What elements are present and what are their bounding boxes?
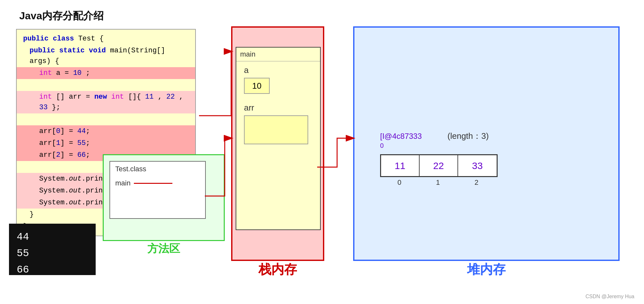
kw-class: class xyxy=(53,35,74,43)
heap-array-length: (length：3) xyxy=(448,130,489,142)
method-arrow-line xyxy=(134,183,172,184)
code-line-8: arr[1] = 55; xyxy=(17,137,195,149)
heap-label: 堆内存 xyxy=(467,261,506,278)
stack-area: main a 10 arr 栈内存 xyxy=(231,26,324,261)
heap-cell-1: 22 xyxy=(420,155,458,176)
stack-arr-box xyxy=(244,115,308,144)
heap-array-addr: [I@4c87333 0 xyxy=(380,132,422,150)
watermark: CSDN @Jeremy Hua xyxy=(586,294,634,300)
method-label: main xyxy=(115,179,131,187)
heap-cell-2: 33 xyxy=(458,155,497,176)
code-line-3: int a = 10 ; xyxy=(17,67,195,79)
method-main-row: main xyxy=(115,179,200,187)
method-area: Test.class main 方法区 xyxy=(103,154,225,241)
code-line-blank1 xyxy=(17,79,195,91)
method-area-label: 方法区 xyxy=(147,241,180,256)
heap-array-indices: 0 1 2 xyxy=(380,178,498,187)
heap-area: [I@4c87333 0 (length：3) 11 22 33 0 1 2 堆… xyxy=(353,26,620,261)
code-line-7: arr[0] = 44; xyxy=(17,125,195,137)
kw-public: public xyxy=(23,35,48,43)
stack-label: 栈内存 xyxy=(258,261,297,278)
arrow-code-to-stack xyxy=(199,51,232,116)
heap-index-0: 0 xyxy=(380,178,419,187)
heap-array-cells: 11 22 33 xyxy=(380,154,498,177)
heap-index-1: 1 xyxy=(419,178,457,187)
console-output: 44 55 66 xyxy=(9,224,96,275)
code-line-5: int [] arr = new int []{ 11 , 22 , 33 }; xyxy=(17,91,195,113)
stack-frame: main a 10 arr xyxy=(236,47,321,230)
heap-array-container: [I@4c87333 0 (length：3) 11 22 33 0 1 2 xyxy=(380,130,498,187)
heap-cell-0: 11 xyxy=(381,155,420,176)
console-line-1: 44 xyxy=(17,229,88,245)
stack-frame-title: main xyxy=(236,48,320,61)
console-line-2: 55 xyxy=(17,245,88,262)
heap-array-header: [I@4c87333 0 (length：3) xyxy=(380,130,498,152)
stack-val-a: 10 xyxy=(244,78,270,94)
console-line-3: 66 xyxy=(17,262,88,278)
method-area-inner: Test.class main xyxy=(109,161,206,219)
code-line-1: public class Test { xyxy=(17,33,195,45)
heap-index-2: 2 xyxy=(457,178,496,187)
code-line-2: public static void main(String[] args) { xyxy=(17,45,195,67)
stack-var-arr-label: arr xyxy=(236,96,320,113)
page-title: Java内存分配介绍 xyxy=(19,9,104,23)
code-line-blank2 xyxy=(17,113,195,125)
stack-var-a-label: a xyxy=(236,61,320,75)
class-name: Test.class xyxy=(115,165,200,173)
